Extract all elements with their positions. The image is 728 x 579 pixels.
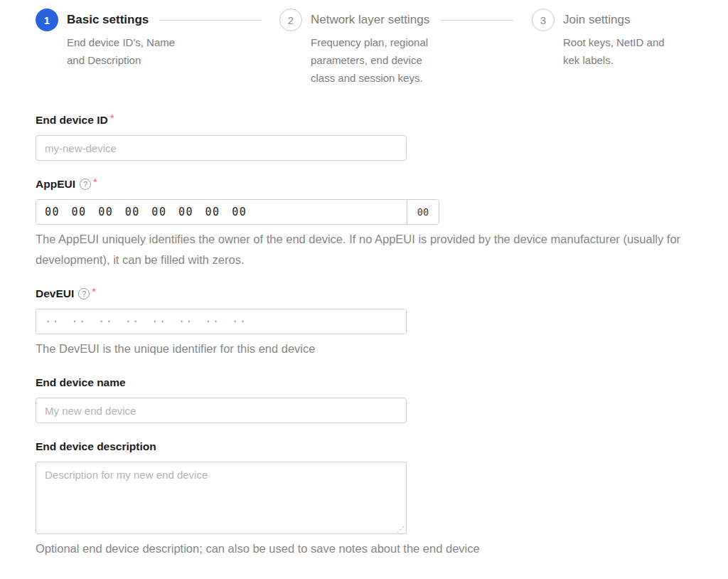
stepper-step-basic-settings: 1 Basic settings End device ID's, Name a… xyxy=(36,9,279,87)
field-end-device-name: End device name xyxy=(36,376,684,423)
step-2-title: Network layer settings xyxy=(311,13,429,27)
app-eui-description: The AppEUI uniquely identifies the owner… xyxy=(36,229,681,270)
step-3-subtitle: Root keys, NetID and kek labels. xyxy=(563,33,684,69)
stepper-step-network-layer-settings: 2 Network layer settings Frequency plan,… xyxy=(279,9,532,87)
required-marker: * xyxy=(93,176,97,188)
end-device-id-label: End device ID xyxy=(36,114,108,127)
field-app-eui: AppEUI ? * 00 The AppEUI uniquely identi… xyxy=(36,178,684,270)
step-1-title: Basic settings xyxy=(67,13,149,27)
field-end-device-id: End device ID * xyxy=(36,114,684,161)
required-marker: * xyxy=(92,285,96,297)
end-device-id-input[interactable] xyxy=(36,135,407,161)
app-eui-input[interactable] xyxy=(36,200,407,224)
wizard-stepper: 1 Basic settings End device ID's, Name a… xyxy=(36,0,684,87)
step-1-number-badge: 1 xyxy=(36,9,58,31)
dev-eui-label: DevEUI xyxy=(36,287,74,300)
stepper-step-join-settings: 3 Join settings Root keys, NetID and kek… xyxy=(532,9,684,87)
required-marker: * xyxy=(110,112,114,124)
end-device-description-textarea[interactable] xyxy=(36,462,407,534)
basic-settings-form: End device ID * AppEUI ? * 00 The AppEUI… xyxy=(36,114,684,559)
step-3-number-badge: 3 xyxy=(532,9,555,31)
step-2-subtitle: Frequency plan, regional parameters, end… xyxy=(311,33,437,87)
resize-handle-icon[interactable]: ⋰ xyxy=(397,526,405,533)
dev-eui-input[interactable] xyxy=(36,309,406,334)
end-device-name-input[interactable] xyxy=(36,398,407,423)
dev-eui-description: The DevEUI is the unique identifier for … xyxy=(36,339,681,359)
help-icon[interactable]: ? xyxy=(78,288,90,299)
dev-eui-byte-input-group xyxy=(36,309,407,334)
end-device-name-label: End device name xyxy=(36,376,126,389)
fill-with-zeros-button[interactable]: 00 xyxy=(407,200,439,224)
register-end-device-form-page: 1 Basic settings End device ID's, Name a… xyxy=(36,0,684,579)
end-device-description-label: End device description xyxy=(36,440,156,453)
help-icon[interactable]: ? xyxy=(80,179,91,190)
end-device-description-help: Optional end device description; can als… xyxy=(36,538,681,559)
field-end-device-description: End device description ⋰ Optional end de… xyxy=(36,440,684,559)
app-eui-byte-input-group: 00 xyxy=(36,199,439,225)
step-3-title: Join settings xyxy=(563,13,631,27)
stepper-connector-line xyxy=(441,20,513,21)
field-dev-eui: DevEUI ? * The DevEUI is the unique iden… xyxy=(36,287,684,359)
step-2-number-badge: 2 xyxy=(279,9,302,31)
app-eui-label: AppEUI xyxy=(36,178,75,191)
step-1-subtitle: End device ID's, Name and Description xyxy=(67,33,193,69)
stepper-connector-line xyxy=(160,20,261,21)
